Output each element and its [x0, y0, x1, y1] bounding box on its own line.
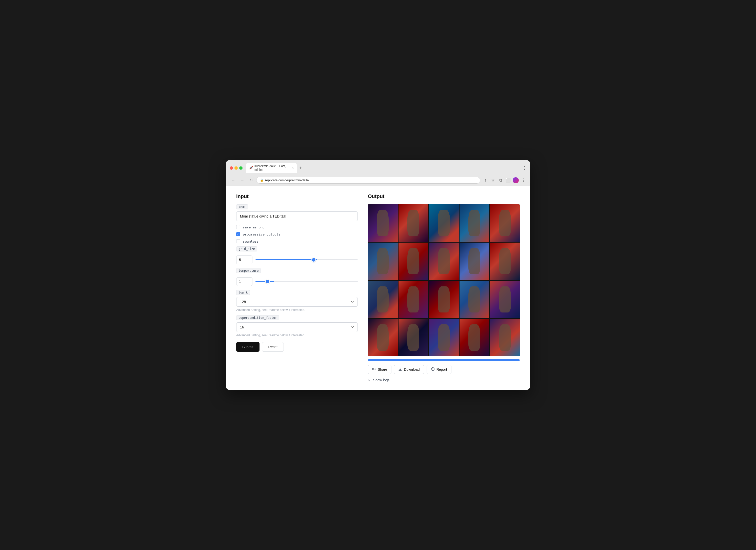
grid-cell-6: [368, 243, 398, 280]
supercondition-helper: Advanced Setting, see Readme below if in…: [236, 333, 358, 337]
output-panel: Output: [368, 193, 520, 382]
grid-cell-5: [490, 204, 520, 242]
download-icon: [398, 367, 402, 372]
submit-button[interactable]: Submit: [236, 342, 260, 352]
top-k-helper: Advanced Setting, see Readme below if in…: [236, 308, 358, 312]
grid-size-slider-row: [236, 256, 358, 264]
output-title: Output: [368, 193, 520, 199]
grid-cell-2: [399, 204, 428, 242]
grid-cell-15: [490, 281, 520, 318]
progress-bar-fill: [368, 359, 520, 361]
download-button[interactable]: Download: [394, 365, 424, 374]
share-button[interactable]: Share: [368, 365, 391, 374]
reset-button[interactable]: Reset: [262, 342, 284, 352]
maximize-window-button[interactable]: [239, 166, 243, 170]
share-label: Share: [378, 367, 387, 371]
save-as-png-row: save_as_png: [236, 225, 358, 229]
temperature-slider[interactable]: [255, 281, 358, 282]
progressive-outputs-row: progressive_outputs: [236, 232, 358, 236]
close-window-button[interactable]: [230, 166, 233, 170]
extensions-icon[interactable]: ⧉: [498, 177, 504, 183]
tab-favicon: 🚀: [249, 166, 253, 170]
progressive-outputs-checkbox[interactable]: [236, 232, 240, 236]
address-bar[interactable]: 🔒 replicate.com/kuprel/min-dalle: [256, 177, 480, 184]
refresh-button[interactable]: ↻: [248, 177, 254, 183]
action-buttons: Share Download: [368, 365, 520, 374]
grid-cell-11: [368, 281, 398, 318]
temperature-section: temperature: [236, 268, 358, 286]
browser-window: 🚀 kuprel/min-dalle – Fast, minim ✕ + ⋮ ←…: [226, 160, 530, 390]
grid-cell-4: [460, 204, 489, 242]
grid-cell-8: [429, 243, 459, 280]
toolbar-actions: ↑ ☆ ⧉ ⬜ ⋮: [482, 177, 526, 183]
top-k-label: top_k: [236, 290, 250, 295]
grid-cell-12: [399, 281, 428, 318]
grid-cell-20: [490, 319, 520, 356]
page-content: Input text save_as_png progressive_outpu…: [226, 186, 530, 390]
share-icon: [372, 367, 376, 372]
menu-icon[interactable]: ⋮: [520, 177, 526, 183]
svg-rect-0: [372, 368, 374, 370]
input-title: Input: [236, 193, 358, 199]
button-row: Submit Reset: [236, 342, 358, 352]
address-bar-row: ← → ↻ 🔒 replicate.com/kuprel/min-dalle ↑…: [226, 175, 530, 186]
save-as-png-checkbox[interactable]: [236, 225, 240, 229]
grid-cell-14: [460, 281, 489, 318]
supercondition-label: supercondition_factor: [236, 315, 279, 320]
report-label: Report: [436, 367, 447, 371]
browser-menu-icon[interactable]: ⋮: [523, 166, 526, 170]
browser-toolbar: 🚀 kuprel/min-dalle – Fast, minim ✕ + ⋮: [226, 160, 530, 175]
show-logs-button[interactable]: >_ Show logs: [368, 378, 389, 382]
new-tab-button[interactable]: +: [298, 165, 304, 171]
minimize-window-button[interactable]: [234, 166, 238, 170]
top-k-select[interactable]: 128 256 512 1024 2048: [236, 297, 358, 307]
show-logs-label: Show logs: [373, 378, 390, 382]
grid-cell-16: [368, 319, 398, 356]
save-as-png-label: save_as_png: [243, 225, 265, 229]
lock-icon: 🔒: [260, 179, 264, 182]
grid-size-section: grid_size: [236, 246, 358, 264]
report-icon: [431, 367, 435, 372]
grid-size-slider[interactable]: [255, 259, 358, 260]
forward-button[interactable]: →: [239, 178, 246, 183]
tab-title: kuprel/min-dalle – Fast, minim: [254, 164, 289, 171]
window-icon[interactable]: ⬜: [505, 177, 511, 183]
report-button[interactable]: Report: [427, 365, 451, 374]
upload-icon[interactable]: ↑: [482, 177, 488, 183]
input-panel: Input text save_as_png progressive_outpu…: [236, 193, 358, 382]
grid-cell-18: [429, 319, 459, 356]
seamless-checkbox[interactable]: [236, 239, 240, 243]
back-button[interactable]: ←: [230, 178, 237, 183]
svg-point-2: [432, 370, 433, 370]
progressive-outputs-label: progressive_outputs: [243, 232, 281, 236]
active-tab[interactable]: 🚀 kuprel/min-dalle – Fast, minim ✕: [246, 163, 297, 173]
grid-cell-7: [399, 243, 428, 280]
url-text: replicate.com/kuprel/min-dalle: [265, 178, 309, 182]
top-k-section: top_k 128 256 512 1024 2048 Advanced Set…: [236, 290, 358, 312]
seamless-label: seamless: [243, 240, 259, 243]
traffic-lights: [230, 166, 243, 170]
grid-cell-19: [460, 319, 489, 356]
temperature-label: temperature: [236, 268, 261, 273]
grid-size-number-input[interactable]: [236, 256, 252, 264]
text-input[interactable]: [236, 211, 358, 221]
grid-cell-10: [490, 243, 520, 280]
grid-size-label: grid_size: [236, 246, 257, 251]
grid-cell-3: [429, 204, 459, 242]
tab-bar: 🚀 kuprel/min-dalle – Fast, minim ✕ +: [246, 163, 304, 173]
star-icon[interactable]: ☆: [490, 177, 496, 183]
download-label: Download: [404, 367, 420, 371]
seamless-row: seamless: [236, 239, 358, 243]
profile-icon[interactable]: [513, 177, 519, 183]
supercondition-section: supercondition_factor 16 4 8 32 Advanced…: [236, 315, 358, 337]
temperature-number-input[interactable]: [236, 277, 252, 286]
temperature-slider-row: [236, 277, 358, 286]
output-image-grid: [368, 204, 520, 356]
tab-close-button[interactable]: ✕: [291, 166, 294, 170]
text-field-section: text: [236, 204, 358, 225]
supercondition-select[interactable]: 16 4 8 32: [236, 322, 358, 332]
text-field-label: text: [236, 204, 248, 209]
grid-cell-1: [368, 204, 398, 242]
grid-cell-17: [399, 319, 428, 356]
logs-arrow-icon: >_: [368, 378, 372, 382]
